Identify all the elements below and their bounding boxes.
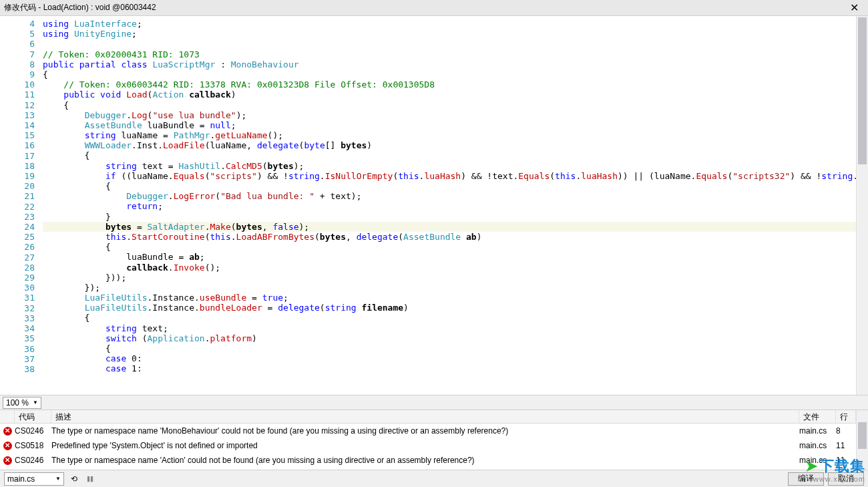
col-code[interactable]: 代码: [15, 410, 51, 423]
error-line: 8: [836, 426, 856, 436]
error-line: 11: [836, 456, 856, 465]
error-icon: ✕: [0, 427, 15, 436]
error-file: main.cs: [799, 456, 836, 465]
error-file: main.cs: [799, 426, 836, 436]
error-row[interactable]: ✕CS0518Predefined type 'System.Object' i…: [0, 438, 856, 453]
col-line[interactable]: 行: [836, 410, 856, 423]
error-row[interactable]: ✕CS0246The type or namespace name 'MonoB…: [0, 424, 856, 438]
error-desc: Predefined type 'System.Object' is not d…: [51, 441, 799, 450]
code-editor[interactable]: 4567891011121314151617181920212223242526…: [0, 16, 868, 395]
refresh-icon[interactable]: ⟲: [68, 474, 80, 484]
footer: main.cs ▼ ⟲ ⦀⦀ 编译 取消: [0, 470, 868, 487]
error-icon: ✕: [0, 442, 15, 450]
error-desc: The type or namespace name 'MonoBehaviou…: [51, 426, 799, 436]
error-line: 11: [836, 441, 856, 450]
error-code: CS0246: [15, 426, 51, 436]
zoom-bar: 100 % ▼: [0, 395, 868, 410]
compile-button[interactable]: 编译: [788, 472, 824, 486]
code-content[interactable]: using LuaInterface;using UnityEngine;// …: [43, 16, 856, 395]
barcode-icon[interactable]: ⦀⦀: [84, 474, 96, 484]
error-desc: The type or namespace name 'Action' coul…: [51, 456, 799, 465]
file-selector[interactable]: main.cs ▼: [4, 472, 64, 486]
error-row[interactable]: ✕CS0246The type or namespace name 'Actio…: [0, 453, 856, 468]
cancel-button[interactable]: 取消: [828, 472, 864, 486]
chevron-down-icon: ▼: [55, 476, 61, 482]
error-code: CS0518: [15, 441, 51, 450]
scrollbar-thumb[interactable]: [858, 422, 867, 449]
error-file: main.cs: [799, 441, 836, 450]
col-file[interactable]: 文件: [799, 410, 836, 423]
error-code: CS0246: [15, 456, 51, 465]
error-header: 代码 描述 文件 行: [0, 410, 856, 424]
col-icon: [0, 410, 15, 423]
line-gutter: 4567891011121314151617181920212223242526…: [0, 16, 43, 395]
col-desc[interactable]: 描述: [51, 410, 799, 423]
chevron-down-icon: ▼: [33, 399, 38, 405]
titlebar: 修改代码 - Load(Action) : void @06003442 ✕: [0, 0, 868, 16]
close-icon[interactable]: ✕: [844, 1, 864, 14]
errorlist-scrollbar[interactable]: [856, 410, 868, 470]
error-list: 代码 描述 文件 行 ✕CS0246The type or namespace …: [0, 410, 868, 470]
scrollbar-thumb[interactable]: [858, 17, 867, 164]
zoom-selector[interactable]: 100 % ▼: [3, 397, 41, 409]
zoom-value: 100 %: [6, 398, 29, 408]
editor-scrollbar[interactable]: [856, 16, 868, 395]
window: 修改代码 - Load(Action) : void @06003442 ✕ 4…: [0, 0, 868, 487]
window-title: 修改代码 - Load(Action) : void @06003442: [4, 2, 844, 13]
error-icon: ✕: [0, 456, 15, 465]
file-name: main.cs: [7, 474, 35, 484]
